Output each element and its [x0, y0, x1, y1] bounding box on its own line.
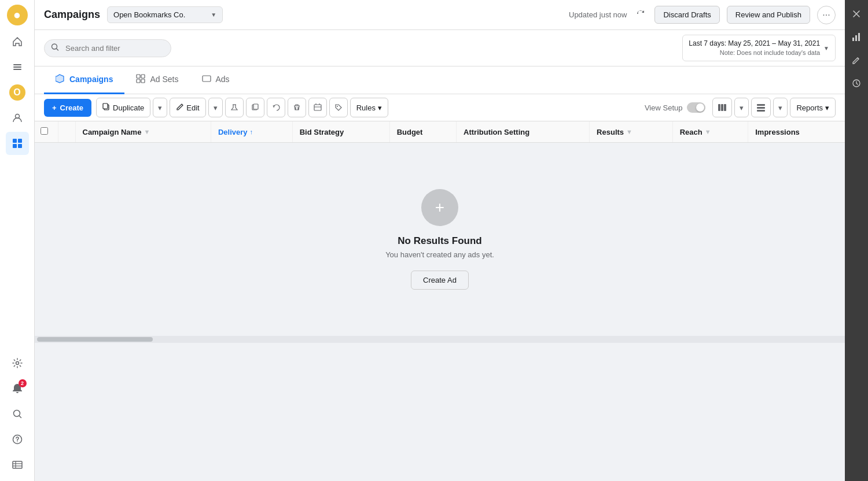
row-layout-button[interactable] [751, 98, 771, 117]
reports-chevron-icon: ▾ [825, 103, 829, 112]
th-attribution-setting-label: Attribution Setting [464, 128, 529, 136]
rules-chevron-icon: ▾ [378, 103, 382, 112]
create-button[interactable]: + Create [44, 99, 91, 117]
assign-button[interactable] [308, 98, 327, 117]
duplicate-dropdown-button[interactable]: ▾ [153, 98, 167, 117]
page-title: Campaigns [44, 9, 100, 21]
reports-button[interactable]: Reports ▾ [790, 98, 836, 117]
svg-rect-6 [13, 144, 17, 148]
tab-adsets-label: Ad Sets [150, 75, 178, 84]
horizontal-scrollbar[interactable] [35, 336, 845, 343]
empty-state-icon: + [421, 189, 458, 226]
tab-adsets[interactable]: Ad Sets [124, 66, 190, 94]
th-budget[interactable]: Budget [389, 121, 456, 143]
review-publish-button[interactable]: Review and Publish [727, 6, 810, 24]
searchbar: Last 7 days: May 25, 2021 – May 31, 2021… [35, 30, 845, 66]
notification-badge: 2 [19, 379, 27, 387]
sidebar-icon-search[interactable] [6, 402, 29, 426]
sidebar-icon-table[interactable] [6, 453, 29, 476]
svg-rect-34 [757, 110, 765, 112]
discard-drafts-button[interactable]: Discard Drafts [654, 6, 719, 24]
updated-text: Updated just now [569, 10, 627, 19]
date-range-sub: Note: Does not include today's data [689, 49, 820, 57]
svg-point-8 [16, 362, 19, 365]
svg-rect-33 [757, 107, 765, 109]
th-results[interactable]: Results ▼ [590, 121, 673, 143]
th-results-label: Results [597, 128, 624, 136]
th-impressions[interactable]: Impressions [748, 121, 845, 143]
sidebar-icon-home[interactable] [6, 30, 29, 53]
account-name: Open Bookmarks Co. [113, 10, 185, 19]
campaign-name-filter-icon[interactable]: ▼ [144, 128, 150, 135]
tab-campaigns-icon [56, 74, 65, 85]
more-options-button[interactable]: ··· [817, 6, 836, 24]
svg-rect-37 [858, 33, 860, 41]
search-input[interactable] [44, 39, 171, 57]
account-selector[interactable]: Open Bookmarks Co. ▼ [107, 6, 223, 23]
sidebar-icon-profile[interactable]: O [6, 81, 29, 104]
duplicate-button[interactable]: Duplicate [96, 98, 150, 117]
undo-button[interactable] [267, 98, 285, 117]
results-filter-icon[interactable]: ▼ [626, 128, 632, 135]
copy-button[interactable] [246, 98, 264, 117]
left-sidebar: ● O 2 [0, 0, 35, 481]
sidebar-icon-audience[interactable] [6, 106, 29, 130]
right-sidebar-close-button[interactable] [847, 5, 866, 23]
search-wrapper [44, 39, 678, 57]
rules-button[interactable]: Rules ▾ [350, 98, 388, 117]
svg-rect-4 [13, 139, 17, 143]
delete-button[interactable] [288, 98, 306, 117]
column-layout-button[interactable] [712, 98, 732, 117]
view-setup-label: View Setup [645, 103, 683, 112]
create-ad-button[interactable]: Create Ad [411, 271, 469, 290]
column-layout-dropdown-button[interactable]: ▾ [734, 98, 749, 117]
account-selector-chevron: ▼ [211, 12, 216, 18]
search-icon [51, 43, 59, 53]
th-attribution-setting[interactable]: Attribution Setting [457, 121, 590, 143]
campaigns-table: Campaign Name ▼ Delivery ↑ [35, 121, 845, 143]
sidebar-icon-menu[interactable] [6, 56, 29, 79]
svg-rect-26 [253, 104, 258, 109]
select-all-checkbox[interactable] [41, 127, 48, 135]
experiment-button[interactable] [225, 98, 244, 117]
svg-rect-18 [141, 75, 145, 78]
reach-filter-icon[interactable]: ▼ [705, 128, 711, 135]
svg-rect-30 [721, 104, 723, 111]
duplicate-label: Duplicate [113, 103, 144, 112]
tab-campaigns[interactable]: Campaigns [44, 66, 124, 94]
svg-rect-35 [852, 38, 854, 41]
tab-campaigns-label: Campaigns [69, 75, 113, 84]
th-delivery[interactable]: Delivery ↑ [211, 121, 292, 143]
tab-ads[interactable]: Ads [190, 66, 241, 94]
row-layout-dropdown-button[interactable]: ▾ [773, 98, 788, 117]
tag-button[interactable] [329, 98, 348, 117]
right-sidebar-edit-button[interactable] [847, 51, 866, 69]
topbar: Campaigns Open Bookmarks Co. ▼ Updated j… [35, 0, 845, 30]
sidebar-icon-campaigns[interactable] [6, 132, 29, 155]
view-setup-toggle[interactable] [687, 102, 705, 113]
th-campaign-name[interactable]: Campaign Name ▼ [75, 121, 211, 143]
sidebar-icon-help[interactable] [6, 428, 29, 451]
svg-rect-23 [103, 103, 108, 109]
sidebar-icon-notifications[interactable]: 2 [6, 377, 29, 400]
scrollbar-thumb[interactable] [37, 337, 153, 342]
date-range-selector[interactable]: Last 7 days: May 25, 2021 – May 31, 2021… [682, 35, 836, 61]
refresh-button[interactable] [634, 7, 648, 23]
right-sidebar-chart-button[interactable] [847, 28, 866, 46]
svg-rect-1 [13, 66, 21, 68]
edit-dropdown-button[interactable]: ▾ [208, 98, 223, 117]
svg-rect-19 [137, 79, 140, 83]
edit-button[interactable]: Edit [170, 98, 205, 117]
tabbar: Campaigns Ad Sets Ads [35, 66, 845, 94]
reports-label: Reports [796, 103, 823, 112]
th-expand [58, 121, 75, 143]
sidebar-icon-settings[interactable] [6, 352, 29, 375]
svg-rect-2 [13, 69, 21, 70]
th-bid-strategy[interactable]: Bid Strategy [292, 121, 389, 143]
th-reach[interactable]: Reach ▼ [672, 121, 748, 143]
svg-rect-12 [13, 461, 22, 468]
edit-icon [176, 103, 184, 113]
create-label: Create [60, 103, 83, 112]
empty-state-title: No Results Found [398, 235, 481, 247]
right-sidebar-clock-button[interactable] [847, 74, 866, 92]
